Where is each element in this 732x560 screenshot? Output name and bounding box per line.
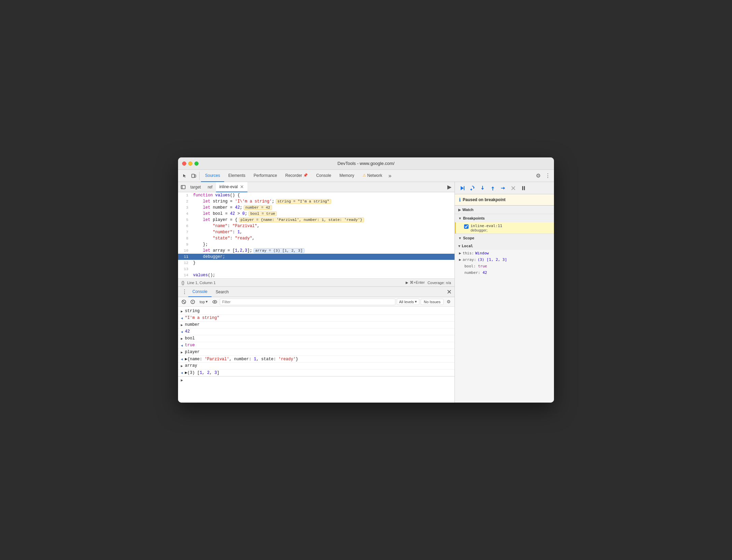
svg-marker-19: [491, 186, 494, 188]
console-output: ▶ string ◀ "I'm a string" ▶ number ◀ 42: [178, 307, 455, 403]
source-tab-ref[interactable]: ref: [204, 182, 216, 192]
local-arrow-icon: ▼: [458, 244, 460, 248]
info-icon: ℹ: [459, 197, 461, 202]
more-options-icon[interactable]: ⋮: [543, 171, 553, 181]
code-line-14: 14 values();: [178, 272, 455, 278]
console-row-string-value: ◀ "I'm a string": [178, 315, 455, 322]
expand-arrow-icon[interactable]: ▶: [181, 323, 183, 327]
svg-point-10: [214, 301, 215, 303]
code-line-3: 3 let number = 42;number = 42: [178, 205, 455, 211]
svg-point-8: [192, 303, 193, 303]
expand-arrow-icon[interactable]: ▶: [181, 350, 183, 354]
maximize-button[interactable]: [194, 162, 199, 166]
return-arrow-icon: ◀: [181, 330, 183, 334]
traffic-lights: [182, 162, 199, 166]
scope-section: ▼ Scope ▼ Local ▶ this: Window: [455, 234, 554, 403]
tab-console-bottom[interactable]: Console: [188, 287, 212, 297]
return-arrow-icon: ◀: [181, 316, 183, 320]
title-bar: DevTools - www.google.com/: [178, 157, 554, 170]
step-into-button[interactable]: [478, 184, 487, 193]
source-tab-inline-eval[interactable]: inline-eval ✕: [216, 182, 247, 192]
watch-label: Watch: [462, 208, 474, 212]
local-scope-header[interactable]: ▼ Local: [455, 242, 554, 250]
return-expand-icon[interactable]: ◀: [181, 357, 183, 361]
breakpoints-section: ▼ Breakpoints inline-eval:11 debugger;: [455, 214, 554, 234]
pause-on-exceptions-btn[interactable]: [189, 298, 196, 306]
device-toggle-icon[interactable]: [190, 172, 198, 180]
close-console-icon[interactable]: ✕: [447, 288, 452, 296]
console-row-bool-expand: ▶ bool: [178, 335, 455, 342]
pause-on-exceptions-button[interactable]: [519, 184, 528, 193]
tab-network[interactable]: Network: [358, 170, 387, 182]
toggle-drawer-icon[interactable]: [179, 183, 187, 191]
expand-arrow-icon[interactable]: ▶: [181, 364, 183, 368]
console-menu-icon[interactable]: ⋮: [181, 288, 188, 296]
close-button[interactable]: [182, 162, 186, 166]
run-snippet-button[interactable]: ▶ ⌘+Enter: [406, 280, 425, 285]
scope-label: Scope: [463, 236, 474, 240]
local-label: Local: [462, 244, 473, 248]
deactivate-breakpoints-button[interactable]: [509, 184, 518, 193]
step-out-button[interactable]: [488, 184, 497, 193]
console-row-array-expand: ▶ array: [178, 363, 455, 369]
console-prompt[interactable]: ▶: [178, 376, 455, 384]
source-tab-target[interactable]: target: [187, 182, 204, 192]
tab-sources[interactable]: Sources: [201, 170, 224, 182]
console-settings-icon[interactable]: ⚙: [445, 298, 452, 306]
svg-marker-11: [461, 186, 464, 190]
cursor-icon[interactable]: [181, 172, 189, 180]
console-row-number-expand: ▶ number: [178, 322, 455, 328]
breakpoint-location: inline-eval:11: [471, 224, 502, 228]
watch-header[interactable]: ▶ Watch: [455, 206, 554, 214]
expand-arrow-icon[interactable]: ▶: [181, 337, 183, 341]
coverage-label: Coverage: n/a: [428, 281, 451, 285]
filter-input[interactable]: [220, 298, 395, 305]
minimize-button[interactable]: [188, 162, 192, 166]
curly-braces-icon: {}: [181, 280, 185, 285]
code-line-7: 7 "number": 1,: [178, 229, 455, 235]
tab-elements[interactable]: Elements: [224, 170, 249, 182]
scope-bool: bool: true: [455, 263, 554, 269]
scope-header[interactable]: ▼ Scope: [455, 234, 554, 242]
tab-icons: [179, 172, 200, 180]
tab-console[interactable]: Console: [312, 170, 335, 182]
tab-search[interactable]: Search: [212, 287, 233, 297]
paused-banner: ℹ Paused on breakpoint: [455, 194, 554, 206]
settings-gear-icon[interactable]: ⚙: [533, 171, 543, 181]
left-panel: target ref inline-eval ✕ ▶ 1 function va…: [178, 182, 455, 403]
breakpoints-header[interactable]: ▼ Breakpoints: [455, 214, 554, 222]
scope-number: number: 42: [455, 269, 554, 276]
more-tabs-button[interactable]: »: [387, 173, 394, 179]
return-expand-icon[interactable]: ◀: [181, 371, 183, 375]
code-line-4: 4 let bool = 42 > 0;bool = true: [178, 211, 455, 217]
resume-button[interactable]: [458, 184, 466, 193]
code-editor[interactable]: 1 function values() { 2 let string = 'I\…: [178, 192, 455, 278]
watch-arrow-icon: ▶: [458, 208, 461, 212]
context-dropdown[interactable]: top ▾: [198, 299, 209, 305]
step-button[interactable]: [499, 184, 507, 193]
clear-console-button[interactable]: [180, 298, 188, 306]
log-level-dropdown[interactable]: All levels ▾: [397, 298, 419, 305]
expand-arrow-icon[interactable]: ▶: [181, 309, 183, 313]
recorder-pin-icon: 📌: [303, 173, 308, 178]
svg-marker-17: [481, 188, 484, 190]
code-line-11: 11 debugger;: [178, 254, 455, 260]
console-row-bool-value: ◀ true: [178, 342, 455, 349]
eye-icon[interactable]: [211, 298, 218, 306]
svg-rect-1: [194, 175, 196, 177]
no-issues-button[interactable]: No Issues: [421, 299, 444, 305]
step-over-button[interactable]: [468, 184, 477, 193]
code-line-2: 2 let string = 'I\'m a string';string = …: [178, 198, 455, 205]
scope-array: ▶ array: (3) [1, 2, 3]: [455, 256, 554, 263]
svg-rect-2: [181, 185, 185, 189]
tab-performance[interactable]: Performance: [249, 170, 281, 182]
jump-to-file-icon[interactable]: ▶: [446, 183, 453, 191]
console-row-player-value: ◀ ▶{name: 'Parzival', number: 1, state: …: [178, 356, 455, 363]
prompt-arrow-icon: ▶: [181, 378, 183, 382]
watch-section: ▶ Watch: [455, 206, 554, 214]
expand-arrow-icon: ▶: [459, 251, 461, 255]
breakpoint-checkbox[interactable]: [464, 224, 469, 229]
tab-recorder[interactable]: Recorder 📌: [281, 170, 312, 182]
tab-memory[interactable]: Memory: [335, 170, 358, 182]
close-tab-icon[interactable]: ✕: [240, 184, 244, 189]
